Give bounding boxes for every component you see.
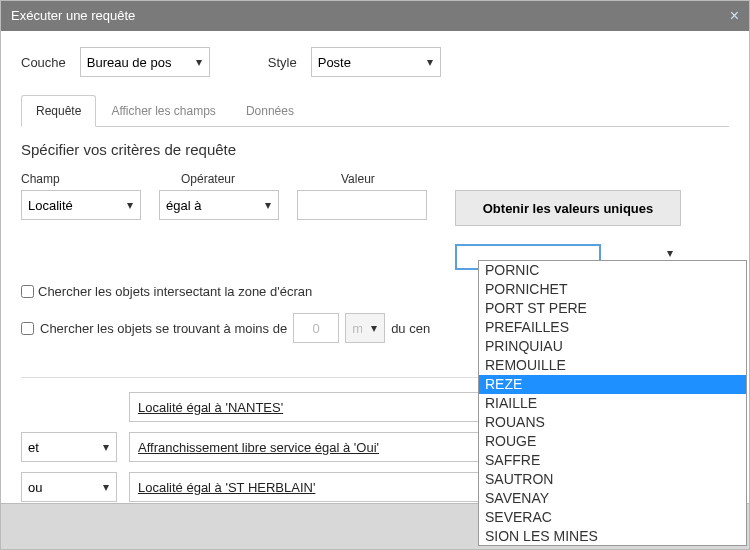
listbox-item[interactable]: SION LES MINES bbox=[479, 527, 746, 546]
layer-select[interactable]: Bureau de pos bbox=[80, 47, 210, 77]
listbox-item[interactable]: PORT ST PERE bbox=[479, 299, 746, 318]
listbox-item[interactable]: SAUTRON bbox=[479, 470, 746, 489]
listbox-item[interactable]: PORNICHET bbox=[479, 280, 746, 299]
value-label: Valeur bbox=[341, 172, 461, 186]
listbox-item[interactable]: REZE bbox=[479, 375, 746, 394]
dialog-window: Exécuter une requête × Couche Bureau de … bbox=[0, 0, 750, 550]
listbox-item[interactable]: RIAILLE bbox=[479, 394, 746, 413]
listbox-item[interactable]: SAVENAY bbox=[479, 489, 746, 508]
listbox-item[interactable]: SAFFRE bbox=[479, 451, 746, 470]
criteria-operator-select[interactable]: ou bbox=[21, 472, 117, 502]
listbox-item[interactable]: ROUGE bbox=[479, 432, 746, 451]
distance-unit-select[interactable]: m bbox=[345, 313, 385, 343]
top-row: Couche Bureau de pos Style Poste bbox=[21, 47, 729, 77]
tab-query[interactable]: Requête bbox=[21, 95, 96, 127]
field-labels-row: Champ Opérateur Valeur bbox=[21, 172, 729, 186]
listbox-item[interactable]: PORNIC bbox=[479, 261, 746, 280]
listbox-item[interactable]: ROUANS bbox=[479, 413, 746, 432]
section-heading: Spécifier vos critères de requête bbox=[21, 141, 729, 158]
listbox-item[interactable]: PREFAILLES bbox=[479, 318, 746, 337]
field-select[interactable]: Localité bbox=[21, 190, 141, 220]
tab-data[interactable]: Données bbox=[231, 95, 309, 127]
distance-label-pre: Chercher les objets se trouvant à moins … bbox=[40, 321, 287, 336]
distance-label-post: du cen bbox=[391, 321, 430, 336]
operator-select[interactable]: égal à bbox=[159, 190, 279, 220]
tabs: Requête Afficher les champs Données bbox=[21, 95, 729, 127]
dialog-title: Exécuter une requête bbox=[11, 1, 135, 31]
value-input[interactable] bbox=[297, 190, 427, 220]
criteria-operator-select[interactable]: et bbox=[21, 432, 117, 462]
style-select-wrap: Poste bbox=[311, 47, 441, 77]
field-row: Localité égal à Obtenir les valeurs uniq… bbox=[21, 190, 729, 270]
unique-values-listbox[interactable]: PORNICPORNICHETPORT ST PEREPREFAILLESPRI… bbox=[478, 260, 747, 546]
listbox-item[interactable]: REMOUILLE bbox=[479, 356, 746, 375]
layer-label: Couche bbox=[21, 55, 66, 70]
listbox-item[interactable]: PRINQUIAU bbox=[479, 337, 746, 356]
listbox-item[interactable]: SEVERAC bbox=[479, 508, 746, 527]
tab-fields[interactable]: Afficher les champs bbox=[96, 95, 231, 127]
style-label: Style bbox=[268, 55, 297, 70]
distance-value-input[interactable] bbox=[293, 313, 339, 343]
close-icon[interactable]: × bbox=[730, 1, 739, 31]
field-label: Champ bbox=[21, 172, 141, 186]
titlebar: Exécuter une requête × bbox=[1, 1, 749, 31]
style-select[interactable]: Poste bbox=[311, 47, 441, 77]
layer-select-wrap: Bureau de pos bbox=[80, 47, 210, 77]
intersect-screen-checkbox[interactable] bbox=[21, 285, 34, 298]
get-unique-values-button[interactable]: Obtenir les valeurs uniques bbox=[455, 190, 681, 226]
distance-checkbox[interactable] bbox=[21, 322, 34, 335]
operator-label: Opérateur bbox=[181, 172, 301, 186]
intersect-screen-label: Chercher les objets intersectant la zone… bbox=[38, 284, 312, 299]
